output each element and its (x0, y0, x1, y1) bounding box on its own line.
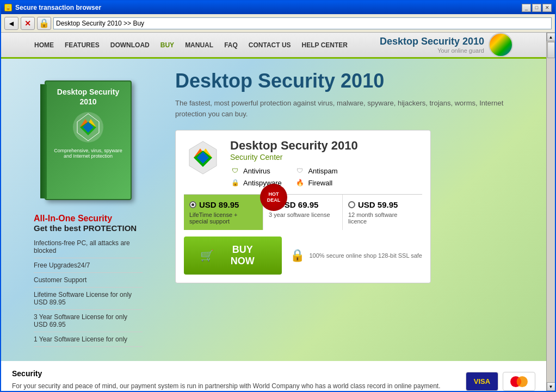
cart-icon: 🛒 (200, 249, 214, 262)
feature-firewall: 🔥 Firewall (295, 178, 357, 188)
features-list: Infections-free PC, all attacks are bloc… (34, 239, 143, 347)
hero-section: Desktop Security 2010 Comprehensive, vir… (1, 59, 546, 361)
hot-deal-line1: HOT (269, 191, 279, 197)
security-section: Security For your security and peace of … (1, 361, 546, 391)
product-box: Desktop Security 2010 Comprehensive, vir… (45, 80, 132, 200)
get-best-label: Get the best PROTECTION (34, 223, 143, 233)
lock-secure-icon: 🔒 (290, 248, 305, 263)
price-desc-3year: 3 year software license (269, 211, 337, 218)
mastercard-logo (503, 372, 535, 391)
firewall-label: Firewall (308, 179, 332, 187)
brand-tagline: Your online guard (380, 47, 484, 54)
feature-item: Free Upgrades24/7 (34, 262, 143, 273)
product-title: Desktop Security 2010 (175, 70, 535, 92)
card-title: Desktop Security 2010 (230, 139, 358, 153)
card-subtitle: Security Center (230, 153, 358, 161)
security-text: Security For your security and peace of … (12, 369, 455, 391)
features-grid: 🛡 Antivirus 🛡 Antispam 🔒 (230, 166, 358, 188)
stop-button[interactable]: ✕ (21, 17, 35, 30)
hot-deal-badge: HOT DEAL (260, 184, 287, 211)
hero-right: Desktop Security 2010 The fastest, most … (175, 70, 535, 350)
price-desc-1year: 12 month software licence (348, 211, 417, 225)
window-title: Secure transaction browser (15, 4, 101, 11)
price-desc-lifetime: LifeTime license + special support (189, 211, 257, 225)
nav-home[interactable]: HOME (34, 41, 54, 49)
payment-logos: VISA (466, 372, 535, 391)
product-box-desc: Comprehensive, virus, spyware and Intern… (51, 148, 125, 159)
product-box-title: Desktop Security 2010 (51, 87, 125, 107)
page-content: HOME FEATURES DOWNLOAD BUY MANUAL FAQ CO… (1, 33, 546, 391)
feature-item: 1 Year Software License for only (34, 335, 143, 347)
window-icon: 🔒 (4, 4, 12, 11)
maximize-button[interactable]: □ (532, 4, 541, 12)
mastercard-svg (508, 374, 530, 390)
firewall-icon: 🔥 (295, 178, 305, 188)
brand-logo (489, 33, 513, 57)
feature-item: Infections-free PC, all attacks are bloc… (34, 239, 143, 258)
brand-name: Desktop Security 2010 (380, 36, 484, 47)
title-bar: 🔒 Secure transaction browser _ □ ✕ (1, 1, 555, 14)
pricing-info: Desktop Security 2010 Security Center 🛡 … (230, 139, 358, 188)
nav-manual[interactable]: MANUAL (185, 41, 213, 49)
nav-faq[interactable]: FAQ (224, 41, 238, 49)
feature-item: Lifetime Software License for only USD 8… (34, 291, 143, 310)
antispam-icon: 🛡 (295, 166, 305, 176)
address-bar[interactable] (53, 17, 552, 29)
security-title: Security (12, 369, 455, 378)
buy-now-button[interactable]: 🛒 BUY NOW (184, 237, 282, 275)
product-desc: The fastest, most powerful protection ag… (175, 98, 535, 119)
nav-links: HOME FEATURES DOWNLOAD BUY MANUAL FAQ CO… (34, 41, 348, 49)
antispyware-icon: 🔒 (230, 178, 240, 188)
secure-text: 100% secure online shop 128-bit SSL safe (309, 252, 422, 259)
pricing-header: Desktop Security 2010 Security Center 🛡 … (184, 139, 422, 188)
radio-1year[interactable] (348, 201, 355, 208)
scroll-thumb[interactable] (547, 42, 555, 58)
price-option-1year[interactable]: USD 59.95 12 month software licence (343, 195, 422, 230)
antivirus-label: Antivirus (243, 167, 270, 175)
nav-contact[interactable]: CONTACT US (249, 41, 291, 49)
nav-help[interactable]: HELP CENTER (302, 41, 348, 49)
minimize-button[interactable]: _ (522, 4, 531, 12)
lock-button[interactable]: 🔒 (37, 17, 51, 30)
pricing-logo (184, 139, 222, 177)
hero-left: Desktop Security 2010 Comprehensive, vir… (12, 70, 164, 350)
buy-button-label: BUY NOW (219, 244, 265, 267)
secure-badge: 🔒 100% secure online shop 128-bit SSL sa… (290, 248, 422, 263)
browser-area: HOME FEATURES DOWNLOAD BUY MANUAL FAQ CO… (1, 33, 555, 391)
pricing-card: Desktop Security 2010 Security Center 🛡 … (175, 130, 431, 283)
visa-logo: VISA (466, 372, 498, 391)
price-option-lifetime[interactable]: USD 89.95 LifeTime license + special sup… (184, 195, 263, 230)
price-amount-lifetime: USD 89.95 (189, 200, 257, 209)
scrollbar: ▲ ▼ (546, 33, 555, 391)
scroll-down-button[interactable]: ▼ (547, 382, 555, 391)
buy-section: 🛒 BUY NOW 🔒 100% secure online shop 128-… (184, 237, 422, 275)
feature-item: 3 Year Software License for only USD 69.… (34, 313, 143, 332)
title-bar-left: 🔒 Secure transaction browser (4, 4, 101, 11)
radio-lifetime[interactable] (189, 201, 196, 208)
scroll-track[interactable] (547, 41, 555, 382)
scroll-up-button[interactable]: ▲ (547, 33, 555, 41)
nav-features[interactable]: FEATURES (65, 41, 100, 49)
nav-download[interactable]: DOWNLOAD (110, 41, 150, 49)
title-controls: _ □ ✕ (522, 4, 552, 12)
product-box-logo (72, 111, 104, 144)
nav-buy[interactable]: BUY (160, 41, 174, 49)
feature-antivirus: 🛡 Antivirus (230, 166, 293, 176)
security-desc: For your security and peace of mind, our… (12, 381, 455, 391)
feature-item: Customer Support (34, 276, 143, 288)
antispam-label: Antispam (308, 167, 337, 175)
close-button[interactable]: ✕ (542, 4, 552, 12)
feature-antispam: 🛡 Antispam (295, 166, 357, 176)
back-button[interactable]: ◄ (4, 17, 18, 30)
hot-deal-line2: DEAL (267, 197, 281, 203)
all-in-one-label: All-In-One Security (34, 214, 143, 223)
browser-window: 🔒 Secure transaction browser _ □ ✕ ◄ ✕ 🔒… (0, 0, 556, 392)
feature-antispyware: 🔒 Antispyware (230, 178, 293, 188)
antivirus-icon: 🛡 (230, 166, 240, 176)
brand-area: Desktop Security 2010 Your online guard (380, 33, 513, 57)
pricing-options: HOT DEAL USD 89.95 LifeTime license + sp… (184, 194, 422, 230)
navigation-bar: HOME FEATURES DOWNLOAD BUY MANUAL FAQ CO… (1, 33, 546, 59)
price-amount-1year: USD 59.95 (348, 200, 417, 209)
toolbar: ◄ ✕ 🔒 (1, 14, 555, 33)
